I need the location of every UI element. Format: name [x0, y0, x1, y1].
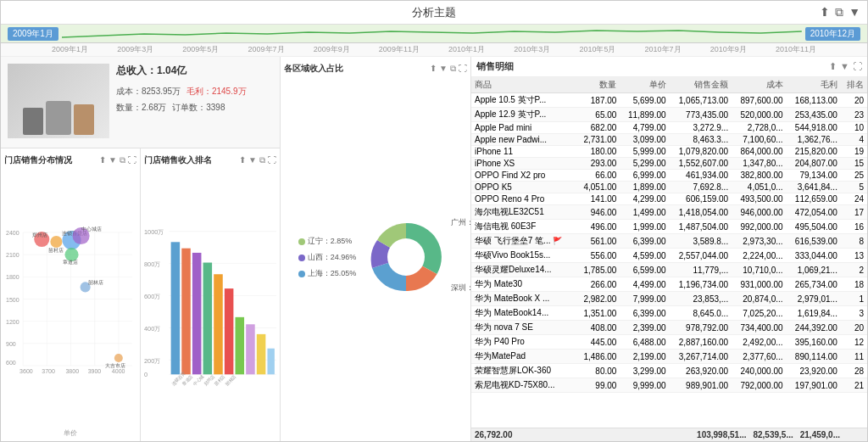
- cell-sales: 3,267,714.00: [670, 350, 732, 364]
- cell-sales: 3,272.9...: [670, 122, 732, 134]
- cell-name: 华硕 飞行堡垒7 笔... 🚩: [471, 234, 576, 249]
- ipad-medium: [46, 101, 71, 135]
- footer-rank-spacer: [847, 430, 864, 439]
- scatter-filter-icon[interactable]: ▼: [108, 155, 117, 165]
- cell-qty: 1,351.00: [576, 306, 620, 321]
- table-row: 华为 MateBook X ... 2,982.00 7,999.00 23,8…: [471, 292, 867, 306]
- sales-filter-icon[interactable]: ▼: [840, 61, 849, 72]
- cell-cost: 240,000.00: [732, 364, 786, 378]
- table-row: 华为 Mate30 266.00 4,499.00 1,196,734.00 9…: [471, 277, 867, 292]
- bar-panel: 门店销售收入排名 ⬆ ▼ ⧉ ⛶ 1000万 800万: [141, 148, 280, 441]
- cell-sales: 11,779,...: [670, 263, 732, 277]
- axis-label-8: 2010年5月: [579, 44, 615, 55]
- donut-more-icon[interactable]: ⧉: [450, 64, 456, 74]
- cell-rank: 10: [841, 122, 867, 134]
- copy-icon[interactable]: ⧉: [835, 5, 843, 20]
- cell-price: 6,599.00: [620, 263, 669, 277]
- cell-name: 华硕Vivo Book15s...: [471, 249, 576, 263]
- sales-expand-icon[interactable]: ⛶: [853, 61, 862, 72]
- scatter-more-icon[interactable]: ⧉: [120, 155, 125, 165]
- cell-price: 5,699.00: [620, 93, 669, 108]
- axis-label-6: 2010年1月: [448, 44, 485, 55]
- cell-rank: 20: [841, 321, 867, 335]
- timeline-sparkline[interactable]: [62, 27, 802, 41]
- orders-label: 订单数：3398: [172, 103, 225, 112]
- cell-name: 海信电视 60E3F: [471, 220, 576, 234]
- bar-filter-icon[interactable]: ▼: [248, 155, 257, 165]
- cell-cost: 792,000.00: [732, 378, 786, 393]
- upload-icon[interactable]: ⬆: [820, 5, 830, 20]
- ipad-small: [23, 108, 43, 135]
- table-header-row: 商品 数量 单价 销售金额 成本 毛利 排名: [471, 77, 867, 93]
- sales-table-container[interactable]: 商品 数量 单价 销售金额 成本 毛利 排名 Apple 10.5 英寸P...…: [471, 77, 867, 428]
- bar-8: [246, 324, 255, 374]
- donut-guangzhou-label: 广州：25.44%: [451, 217, 471, 228]
- bar-expand-icon[interactable]: ⛶: [268, 155, 276, 165]
- cell-price: 6,488.00: [620, 335, 669, 350]
- cell-cost: 897,600.00: [732, 93, 786, 108]
- axis-label-7: 2010年3月: [514, 44, 550, 55]
- table-row: 华硕灵耀Deluxe14... 1,785.00 6,599.00 11,779…: [471, 263, 867, 277]
- cell-profit: 1,619,84...: [787, 306, 841, 321]
- scatter-upload-icon[interactable]: ⬆: [99, 155, 106, 165]
- cell-name: 华为 P40 Pro: [471, 335, 576, 350]
- svg-text:2400: 2400: [6, 230, 19, 236]
- cell-qty: 556.00: [576, 249, 620, 263]
- table-row: 华为 MateBook14... 1,351.00 6,399.00 8,645…: [471, 306, 867, 321]
- cell-rank: 19: [841, 146, 867, 158]
- cell-rank: 4: [841, 134, 867, 146]
- scatter-header: 门店销售分布情况 ⬆ ▼ ⧉ ⛶: [4, 152, 136, 169]
- bar-upload-icon[interactable]: ⬆: [239, 155, 246, 165]
- svg-text:1800: 1800: [6, 274, 19, 280]
- donut-upload-icon[interactable]: ⬆: [430, 64, 437, 74]
- cell-price: 11,899.00: [620, 108, 669, 122]
- product-title: 总收入：1.04亿: [116, 64, 273, 78]
- cell-sales: 989,901.00: [670, 378, 732, 393]
- bar-chain: [171, 242, 181, 374]
- svg-text:3900: 3900: [88, 368, 102, 374]
- svg-text:苗村店: 苗村店: [214, 374, 226, 387]
- timeline-start[interactable]: 2009年1月: [8, 27, 58, 41]
- cell-cost: 734,400.00: [732, 321, 786, 335]
- donut-svg-container: 广州：25.44% 深圳：21.70%: [359, 210, 453, 305]
- cost-label: 成本：8253.95万: [116, 87, 181, 96]
- donut-icons: ⬆ ▼ ⧉ ⛶: [430, 64, 467, 74]
- cell-cost: 2,224,00...: [732, 249, 786, 263]
- cell-sales: 1,552,607.00: [670, 158, 732, 170]
- axis-label-3: 2009年7月: [248, 44, 285, 55]
- cell-rank: 20: [841, 93, 867, 108]
- cell-profit: 79,134.00: [787, 170, 841, 182]
- cell-sales: 2,887,160.00: [670, 335, 732, 350]
- cell-sales: 7,692.8...: [670, 182, 732, 193]
- left-section: 总收入：1.04亿 成本：8253.95万 毛利：2145.9万 数量：2.68…: [1, 57, 281, 441]
- cell-rank: 1: [841, 292, 867, 306]
- cell-sales: 8,645.0...: [670, 306, 732, 321]
- app-window: 分析主题 ⬆ ⧉ ▼ 2009年1月 2010年12月 2009年1月 2009…: [0, 0, 868, 442]
- donut-filter-icon[interactable]: ▼: [439, 64, 448, 74]
- cell-name: 华为 Mate30: [471, 277, 576, 292]
- cell-cost: 493,500.00: [732, 193, 786, 205]
- cell-name: iPhone 11: [471, 146, 576, 158]
- svg-text:4000: 4000: [112, 368, 125, 374]
- svg-text:3700: 3700: [42, 368, 55, 374]
- axis-label-9: 2010年7月: [645, 44, 682, 55]
- svg-text:章道店: 章道店: [63, 259, 78, 265]
- bar-more-icon[interactable]: ⧉: [259, 155, 265, 165]
- cell-qty: 1,785.00: [576, 263, 620, 277]
- timeline-end[interactable]: 2010年12月: [805, 27, 860, 41]
- bar-miaocun: [214, 274, 223, 374]
- bar-title: 门店销售收入排名: [144, 154, 212, 166]
- donut-expand-icon[interactable]: ⛶: [459, 64, 467, 74]
- legend-dot-shanxi: [298, 255, 305, 261]
- cell-name: 华硕灵耀Deluxe14...: [471, 263, 576, 277]
- sales-table: 商品 数量 单价 销售金额 成本 毛利 排名 Apple 10.5 英寸P...…: [471, 77, 867, 393]
- table-row: iPhone XS 293.00 5,299.00 1,552,607.00 1…: [471, 158, 867, 170]
- cell-profit: 495,504.00: [787, 220, 841, 234]
- cell-qty: 180.00: [576, 146, 620, 158]
- sales-upload-icon[interactable]: ⬆: [829, 61, 837, 72]
- cell-qty: 293.00: [576, 158, 620, 170]
- cell-price: 3,299.00: [620, 364, 669, 378]
- scatter-expand-icon[interactable]: ⛶: [128, 155, 136, 165]
- bar-zhengzhou: [203, 263, 213, 375]
- filter-icon[interactable]: ▼: [849, 5, 860, 20]
